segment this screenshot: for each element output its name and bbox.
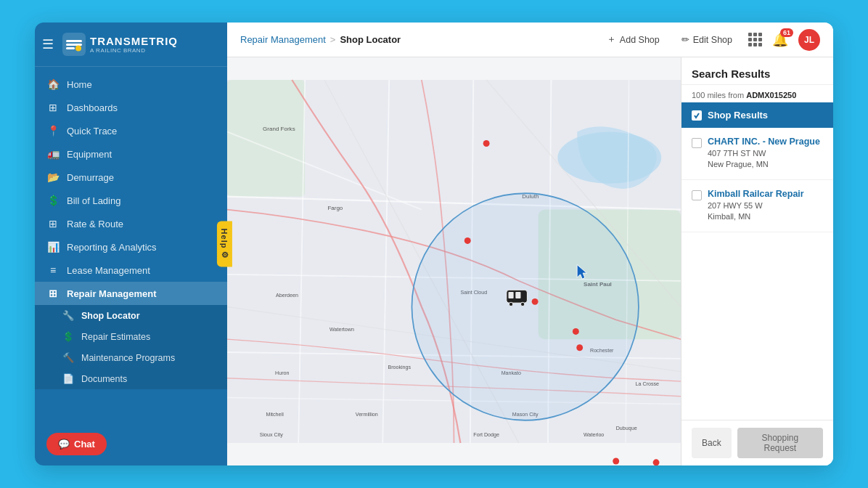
svg-point-53	[509, 302, 512, 306]
subnav-maintenance[interactable]: 🔨 Maintenance Programs	[35, 347, 227, 368]
sidebar-item-lease[interactable]: ≡ Lease Management	[35, 259, 227, 282]
sidebar-item-reporting[interactable]: 📊 Reporting & Analytics	[35, 235, 227, 259]
grid-icon[interactable]	[748, 33, 762, 46]
brand-name: TRANSMETRIQ	[90, 35, 178, 47]
search-results-panel: Search Results 100 miles from ADMX015250…	[681, 57, 833, 465]
grid-dot	[748, 38, 752, 41]
edit-shop-label: Edit Shop	[693, 35, 732, 45]
logo: TRANSMETRIQ A RAILINC BRAND	[62, 33, 178, 56]
sidebar-item-quick-trace[interactable]: 📍 Quick Trace	[35, 119, 227, 142]
app-container: ☰ TRANSMETRIQ A RAILINC BRAND 🏠 Home	[35, 23, 833, 465]
grid-dot	[753, 43, 757, 46]
grid-dot	[748, 43, 752, 46]
chat-button[interactable]: 💬 Chat	[46, 433, 107, 455]
map-container[interactable]: Grand Forks Fargo Aberdeen Duluth Saint …	[227, 57, 681, 465]
miles-label: miles from	[707, 91, 746, 99]
location-id: ADMX015250	[746, 91, 796, 99]
edit-shop-button[interactable]: ✏ Edit Shop	[676, 31, 738, 48]
hamburger-icon[interactable]: ☰	[42, 36, 54, 52]
shop-name-0[interactable]: CHART INC. - New Prague	[708, 137, 823, 147]
shop-addr-1: 207 HWY 55 W Kimball, MN	[708, 200, 823, 223]
chat-bubble-icon: 💬	[58, 439, 70, 450]
map-svg: Grand Forks Fargo Aberdeen Duluth Saint …	[227, 57, 681, 465]
sidebar-item-bill-of-lading[interactable]: 💲 Bill of Lading	[35, 189, 227, 212]
svg-point-44	[532, 298, 539, 305]
svg-point-4	[75, 46, 81, 52]
sidebar-label-bill-of-lading: Bill of Lading	[67, 195, 120, 206]
topbar-actions: ＋ Add Shop ✏ Edit Shop	[601, 29, 820, 51]
main-content: Repair Management > Shop Locator ＋ Add S…	[227, 23, 833, 465]
search-info: 100 miles from ADMX015250	[681, 85, 833, 102]
maintenance-icon: 🔨	[62, 352, 74, 363]
shop-results-header[interactable]: Shop Results	[681, 102, 833, 128]
grid-dot	[748, 33, 752, 36]
topbar: Repair Management > Shop Locator ＋ Add S…	[227, 23, 833, 57]
plus-icon: ＋	[607, 33, 616, 46]
breadcrumb-parent[interactable]: Repair Management	[240, 34, 326, 45]
grid-dot	[758, 38, 762, 41]
sidebar-label-equipment: Equipment	[67, 149, 112, 160]
repair-estimates-icon: 💲	[62, 331, 74, 342]
back-button[interactable]: Back	[692, 428, 732, 458]
sidebar-item-dashboards[interactable]: ⊞ Dashboards	[35, 96, 227, 119]
notification-button[interactable]: 🔔 61	[772, 32, 788, 48]
svg-rect-8	[227, 80, 305, 197]
svg-text:Waterloo: Waterloo	[584, 432, 604, 438]
subnav-repair-estimates[interactable]: 💲 Repair Estimates	[35, 326, 227, 347]
svg-text:Dubuque: Dubuque	[616, 426, 637, 431]
repair-management-icon: ⊞	[46, 288, 60, 299]
shop-name-1[interactable]: Kimball Railcar Repair	[708, 189, 823, 199]
svg-text:Mitchell: Mitchell	[266, 412, 284, 418]
sidebar-label-quick-trace: Quick Trace	[67, 126, 117, 137]
add-shop-button[interactable]: ＋ Add Shop	[601, 30, 666, 49]
shop-checkbox-1[interactable]	[692, 190, 702, 200]
sidebar-label-home: Home	[67, 79, 92, 90]
sidebar-item-rate-route[interactable]: ⊞ Rate & Route	[35, 212, 227, 235]
grid-dot	[758, 33, 762, 36]
rate-route-icon: ⊞	[46, 218, 60, 229]
svg-point-41	[412, 193, 639, 420]
shop-locator-icon: 🔧	[62, 310, 74, 321]
breadcrumb-current: Shop Locator	[340, 34, 401, 45]
sidebar-header: ☰ TRANSMETRIQ A RAILINC BRAND	[35, 23, 227, 67]
quick-trace-icon: 📍	[46, 125, 60, 137]
brand-subtitle: A RAILINC BRAND	[90, 47, 178, 54]
svg-point-48	[653, 459, 660, 465]
svg-text:La Crosse: La Crosse	[636, 381, 660, 387]
grid-dot	[758, 43, 762, 46]
shop-checkbox-0[interactable]	[692, 138, 702, 148]
subnav-label-documents: Documents	[81, 374, 127, 384]
sidebar-item-demurrage[interactable]: 📂 Demurrage	[35, 166, 227, 189]
svg-point-47	[613, 458, 619, 465]
shop-results-label: Shop Results	[708, 110, 768, 121]
svg-rect-51	[509, 292, 514, 298]
subnav-label-shop-locator: Shop Locator	[81, 311, 140, 321]
sidebar-label-rate-route: Rate & Route	[67, 219, 123, 229]
svg-rect-3	[66, 47, 75, 49]
svg-text:Huron: Huron	[275, 370, 289, 376]
svg-point-42	[483, 140, 490, 147]
logo-text: TRANSMETRIQ A RAILINC BRAND	[90, 35, 178, 54]
sidebar-label-lease: Lease Management	[67, 265, 150, 276]
pencil-icon: ✏	[681, 34, 689, 45]
help-tab[interactable]: Help ⚙	[217, 221, 232, 267]
sidebar-label-dashboards: Dashboards	[67, 102, 118, 113]
sidebar-label-demurrage: Demurrage	[67, 172, 114, 183]
select-all-checkbox[interactable]	[692, 110, 702, 121]
panel-footer: Back Shopping Request	[681, 420, 833, 465]
sidebar-item-equipment[interactable]: 🚛 Equipment	[35, 142, 227, 166]
search-panel-title: Search Results	[681, 57, 833, 85]
svg-point-45	[573, 328, 579, 335]
sidebar-item-repair-management[interactable]: ⊞ Repair Management	[35, 282, 227, 305]
shopping-request-button[interactable]: Shopping Request	[737, 428, 823, 458]
subnav-shop-locator[interactable]: 🔧 Shop Locator	[35, 305, 227, 326]
shop-info-0: CHART INC. - New Prague 407 7TH ST NW Ne…	[708, 137, 823, 171]
content-area: Grand Forks Fargo Aberdeen Duluth Saint …	[227, 57, 833, 465]
avatar[interactable]: JL	[798, 29, 820, 51]
svg-text:Fort Dodge: Fort Dodge	[473, 432, 499, 438]
subnav-documents[interactable]: 📄 Documents	[35, 368, 227, 389]
svg-rect-2	[66, 44, 82, 46]
sidebar-item-home[interactable]: 🏠 Home	[35, 73, 227, 96]
dashboards-icon: ⊞	[46, 102, 60, 113]
shop-addr-line1-0: 407 7TH ST NW	[708, 148, 823, 159]
